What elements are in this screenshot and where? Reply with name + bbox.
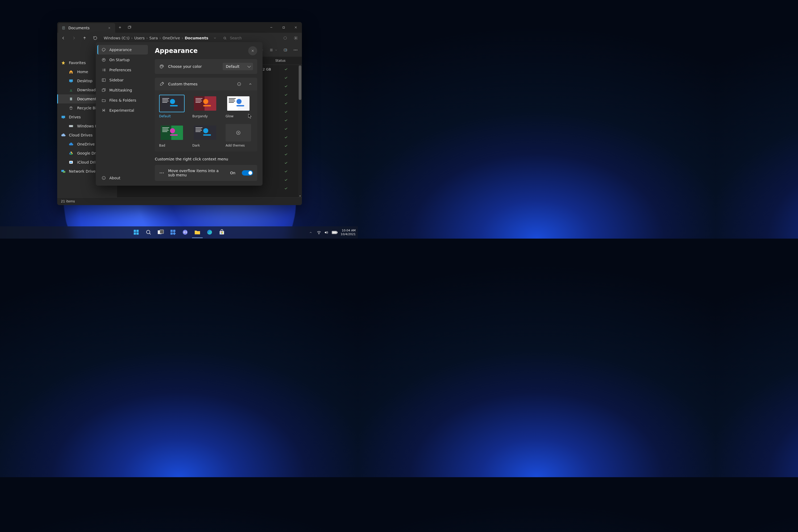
- choose-color-card: Choose your color Default: [155, 59, 257, 74]
- svg-point-5: [295, 38, 296, 39]
- settings-gear-button[interactable]: [291, 34, 300, 42]
- choose-color-select[interactable]: Default: [223, 63, 253, 70]
- svg-rect-12: [70, 98, 72, 100]
- breadcrumb-seg[interactable]: Sara: [150, 36, 158, 40]
- settings-nav-preferences[interactable]: Preferences: [97, 65, 148, 75]
- tray-clock[interactable]: 10:04 AM 10/4/2021: [341, 229, 356, 236]
- tray-overflow-button[interactable]: [308, 230, 314, 235]
- back-button[interactable]: [59, 34, 68, 42]
- nav-icon: [101, 48, 106, 52]
- taskbar-store-button[interactable]: [216, 227, 227, 238]
- svg-rect-19: [63, 171, 65, 173]
- context-menu-section-title: Customize the right click context menu: [155, 157, 257, 161]
- svg-rect-40: [136, 232, 138, 234]
- svg-point-22: [104, 69, 105, 70]
- address-bar[interactable]: Windows (C:\)› Users› Sara› OneDrive› Do…: [101, 33, 219, 43]
- taskbar[interactable]: 10:04 AM 10/4/2021: [0, 226, 358, 239]
- scrollbar-down-button[interactable]: ▾: [298, 194, 302, 198]
- settings-nav-multitasking[interactable]: Multitasking: [97, 86, 148, 95]
- widgets-button[interactable]: [168, 227, 178, 238]
- maximize-button[interactable]: [278, 22, 290, 33]
- info-icon[interactable]: [236, 81, 242, 87]
- volume-icon[interactable]: [324, 231, 328, 234]
- svg-point-16: [72, 126, 73, 126]
- info-icon: [101, 175, 106, 180]
- theme-glow[interactable]: Glow: [226, 95, 253, 118]
- chevron-up-icon[interactable]: [248, 81, 253, 87]
- ellipsis-icon: [159, 170, 165, 175]
- minimize-button[interactable]: [265, 22, 278, 33]
- start-button[interactable]: [131, 227, 141, 238]
- nav-icon: [101, 78, 106, 82]
- add-themes-button[interactable]: Add themes: [226, 124, 253, 147]
- breadcrumb-seg[interactable]: Users: [134, 36, 145, 40]
- forward-button[interactable]: [70, 34, 78, 42]
- file-status: [275, 144, 297, 148]
- refresh-button[interactable]: [91, 34, 100, 42]
- themes-grid: Default Burgandy Glow Bad: [155, 91, 257, 152]
- choose-color-label: Choose your color: [168, 64, 219, 69]
- svg-rect-13: [61, 116, 65, 118]
- tab-title: Documents: [68, 26, 90, 30]
- scrollbar-thumb[interactable]: [299, 65, 301, 100]
- settings-close-button[interactable]: [248, 46, 257, 55]
- settings-nav-on-startup[interactable]: On Startup: [97, 55, 148, 65]
- new-tab-button[interactable]: [115, 22, 125, 33]
- brush-icon: [159, 81, 165, 87]
- svg-rect-37: [134, 230, 136, 232]
- taskbar-edge-button[interactable]: [204, 227, 215, 238]
- tab-close-button[interactable]: [107, 25, 112, 31]
- settings-nav-appearance[interactable]: Appearance: [97, 45, 148, 55]
- svg-point-36: [163, 173, 164, 173]
- settings-nav-experimental[interactable]: Experimental: [97, 106, 148, 115]
- svg-point-4: [284, 37, 287, 40]
- cloud-icon: [61, 133, 66, 137]
- file-status: [275, 110, 297, 114]
- svg-rect-24: [102, 79, 105, 82]
- settings-nav: AppearanceOn StartupPreferencesSidebarMu…: [96, 42, 150, 186]
- tab-documents[interactable]: Documents: [58, 23, 115, 33]
- search-box[interactable]: [221, 34, 279, 42]
- taskbar-chat-button[interactable]: [180, 227, 190, 238]
- system-tray[interactable]: 10:04 AM 10/4/2021: [308, 229, 356, 236]
- theme-thumb: [159, 95, 185, 112]
- close-button[interactable]: [290, 22, 302, 33]
- theme-bad[interactable]: Bad: [159, 124, 187, 147]
- tab-overview-button[interactable]: [125, 22, 134, 33]
- settings-nav-files-folders[interactable]: Files & Folders: [97, 95, 148, 105]
- up-button[interactable]: [80, 34, 89, 42]
- svg-rect-6: [284, 49, 287, 51]
- scrollbar[interactable]: ▾: [298, 65, 302, 198]
- nav-icon: [101, 98, 106, 103]
- custom-themes-label: Custom themes: [168, 82, 233, 86]
- theme-thumb: [192, 124, 218, 141]
- svg-point-29: [161, 65, 162, 66]
- theme-burgandy[interactable]: Burgandy: [192, 95, 220, 118]
- breadcrumb-seg[interactable]: OneDrive: [163, 36, 180, 40]
- battery-icon[interactable]: [332, 231, 338, 234]
- file-status: [275, 101, 297, 105]
- address-expand-icon[interactable]: [213, 36, 216, 40]
- search-input[interactable]: [229, 36, 277, 40]
- breadcrumb-seg[interactable]: Documents: [185, 36, 208, 40]
- taskbar-explorer-button[interactable]: [192, 227, 203, 238]
- custom-themes-header[interactable]: Custom themes: [155, 78, 257, 91]
- more-button[interactable]: [291, 49, 300, 52]
- wifi-icon[interactable]: [317, 231, 321, 234]
- svg-rect-54: [221, 232, 222, 232]
- overflow-toggle[interactable]: [242, 170, 253, 175]
- toolbar: Windows (C:\)› Users› Sara› OneDrive› Do…: [57, 33, 302, 43]
- theme-default[interactable]: Default: [159, 95, 187, 118]
- svg-point-58: [319, 233, 319, 234]
- settings-nav-sidebar[interactable]: Sidebar: [97, 75, 148, 85]
- taskview-button[interactable]: [155, 227, 166, 238]
- download-icon: [69, 88, 73, 92]
- svg-point-28: [161, 66, 161, 66]
- col-status[interactable]: Status: [275, 59, 297, 62]
- theme-dark[interactable]: Dark: [192, 124, 220, 147]
- preview-pane-button[interactable]: [281, 47, 290, 53]
- settings-nav-about[interactable]: About: [97, 173, 148, 183]
- taskbar-search-button[interactable]: [143, 227, 154, 238]
- view-button[interactable]: [267, 47, 280, 53]
- breadcrumb-seg[interactable]: Windows (C:\): [104, 36, 130, 40]
